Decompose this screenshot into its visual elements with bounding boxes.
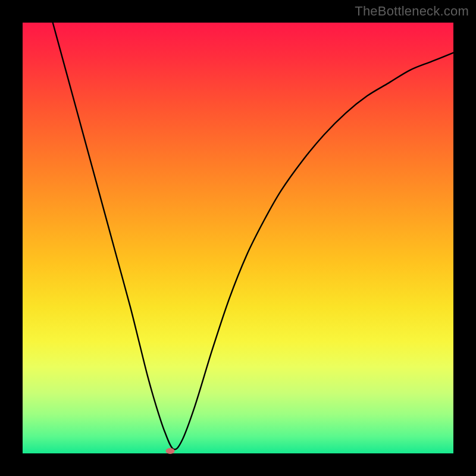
curve-svg bbox=[23, 23, 453, 453]
optimum-marker bbox=[166, 448, 175, 454]
bottleneck-curve bbox=[53, 23, 453, 449]
chart-frame: TheBottleneck.com bbox=[0, 0, 476, 476]
watermark-text: TheBottleneck.com bbox=[355, 4, 469, 19]
plot-area bbox=[23, 23, 453, 453]
